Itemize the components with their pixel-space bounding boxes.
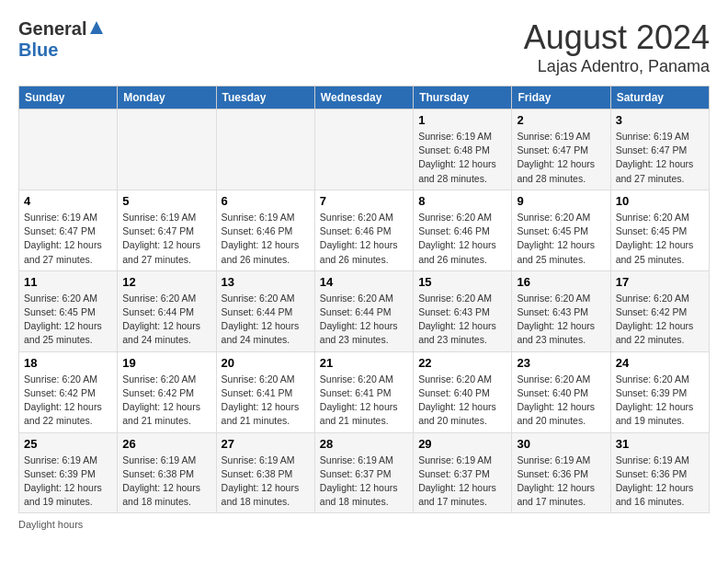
calendar-cell: 14Sunrise: 6:20 AM Sunset: 6:44 PM Dayli… <box>314 270 413 351</box>
day-info: Sunrise: 6:20 AM Sunset: 6:45 PM Dayligh… <box>517 211 605 267</box>
calendar-cell <box>19 109 118 190</box>
day-number: 8 <box>418 194 506 208</box>
calendar-cell: 3Sunrise: 6:19 AM Sunset: 6:47 PM Daylig… <box>610 109 709 190</box>
logo: General Blue <box>18 18 105 61</box>
calendar-cell <box>314 109 413 190</box>
day-number: 3 <box>616 113 704 127</box>
day-info: Sunrise: 6:20 AM Sunset: 6:46 PM Dayligh… <box>320 211 408 267</box>
day-number: 11 <box>24 275 112 289</box>
calendar-cell: 10Sunrise: 6:20 AM Sunset: 6:45 PM Dayli… <box>610 190 709 270</box>
day-info: Sunrise: 6:20 AM Sunset: 6:44 PM Dayligh… <box>122 292 210 348</box>
calendar-cell: 28Sunrise: 6:19 AM Sunset: 6:37 PM Dayli… <box>314 432 413 513</box>
calendar-cell: 8Sunrise: 6:20 AM Sunset: 6:46 PM Daylig… <box>414 190 512 270</box>
month-title: August 2024 <box>524 18 710 57</box>
day-info: Sunrise: 6:20 AM Sunset: 6:41 PM Dayligh… <box>222 373 310 429</box>
day-info: Sunrise: 6:20 AM Sunset: 6:46 PM Dayligh… <box>418 211 506 267</box>
title-area: August 2024 Lajas Adentro, Panama <box>524 18 710 76</box>
day-number: 20 <box>222 356 310 370</box>
day-number: 7 <box>320 194 408 208</box>
calendar-cell: 24Sunrise: 6:20 AM Sunset: 6:39 PM Dayli… <box>610 351 709 432</box>
day-info: Sunrise: 6:20 AM Sunset: 6:41 PM Dayligh… <box>320 373 408 429</box>
calendar-cell: 4Sunrise: 6:19 AM Sunset: 6:47 PM Daylig… <box>19 190 118 270</box>
day-number: 6 <box>222 194 310 208</box>
calendar-day-header: Monday <box>118 86 216 109</box>
day-info: Sunrise: 6:20 AM Sunset: 6:42 PM Dayligh… <box>122 373 210 429</box>
day-info: Sunrise: 6:19 AM Sunset: 6:47 PM Dayligh… <box>122 211 210 267</box>
calendar-day-header: Wednesday <box>314 86 413 109</box>
day-info: Sunrise: 6:19 AM Sunset: 6:48 PM Dayligh… <box>418 130 506 186</box>
day-number: 28 <box>320 437 408 451</box>
day-info: Sunrise: 6:20 AM Sunset: 6:42 PM Dayligh… <box>616 292 704 348</box>
day-info: Sunrise: 6:19 AM Sunset: 6:39 PM Dayligh… <box>24 454 112 510</box>
calendar-cell: 7Sunrise: 6:20 AM Sunset: 6:46 PM Daylig… <box>314 190 413 270</box>
calendar-week-row: 11Sunrise: 6:20 AM Sunset: 6:45 PM Dayli… <box>19 270 710 351</box>
day-info: Sunrise: 6:19 AM Sunset: 6:38 PM Dayligh… <box>222 454 310 510</box>
day-info: Sunrise: 6:19 AM Sunset: 6:38 PM Dayligh… <box>122 454 210 510</box>
day-number: 1 <box>418 113 506 127</box>
day-number: 10 <box>616 194 704 208</box>
day-number: 30 <box>517 437 605 451</box>
day-number: 5 <box>122 194 210 208</box>
calendar-week-row: 18Sunrise: 6:20 AM Sunset: 6:42 PM Dayli… <box>19 351 710 432</box>
day-number: 12 <box>122 275 210 289</box>
day-info: Sunrise: 6:20 AM Sunset: 6:40 PM Dayligh… <box>517 373 605 429</box>
day-info: Sunrise: 6:20 AM Sunset: 6:40 PM Dayligh… <box>418 373 506 429</box>
day-number: 25 <box>24 437 112 451</box>
day-info: Sunrise: 6:20 AM Sunset: 6:45 PM Dayligh… <box>616 211 704 267</box>
calendar-cell: 22Sunrise: 6:20 AM Sunset: 6:40 PM Dayli… <box>414 351 512 432</box>
day-number: 24 <box>616 356 704 370</box>
calendar-cell: 20Sunrise: 6:20 AM Sunset: 6:41 PM Dayli… <box>216 351 314 432</box>
day-number: 29 <box>418 437 506 451</box>
day-number: 13 <box>222 275 310 289</box>
day-info: Sunrise: 6:19 AM Sunset: 6:47 PM Dayligh… <box>517 130 605 186</box>
day-info: Sunrise: 6:20 AM Sunset: 6:44 PM Dayligh… <box>222 292 310 348</box>
calendar-header-row: SundayMondayTuesdayWednesdayThursdayFrid… <box>19 86 710 109</box>
calendar-cell: 6Sunrise: 6:19 AM Sunset: 6:46 PM Daylig… <box>216 190 314 270</box>
header: General Blue August 2024 Lajas Adentro, … <box>18 18 710 76</box>
calendar-day-header: Sunday <box>19 86 118 109</box>
day-number: 31 <box>616 437 704 451</box>
calendar-week-row: 25Sunrise: 6:19 AM Sunset: 6:39 PM Dayli… <box>19 432 710 513</box>
calendar-day-header: Friday <box>512 86 610 109</box>
calendar-day-header: Saturday <box>610 86 709 109</box>
day-number: 15 <box>418 275 506 289</box>
calendar-cell: 5Sunrise: 6:19 AM Sunset: 6:47 PM Daylig… <box>118 190 216 270</box>
calendar-cell: 16Sunrise: 6:20 AM Sunset: 6:43 PM Dayli… <box>512 270 610 351</box>
calendar-cell: 29Sunrise: 6:19 AM Sunset: 6:37 PM Dayli… <box>414 432 512 513</box>
day-info: Sunrise: 6:20 AM Sunset: 6:43 PM Dayligh… <box>418 292 506 348</box>
calendar-table: SundayMondayTuesdayWednesdayThursdayFrid… <box>18 86 710 513</box>
day-number: 16 <box>517 275 605 289</box>
day-info: Sunrise: 6:19 AM Sunset: 6:47 PM Dayligh… <box>24 211 112 267</box>
day-number: 14 <box>320 275 408 289</box>
day-info: Sunrise: 6:19 AM Sunset: 6:36 PM Dayligh… <box>517 454 605 510</box>
calendar-cell: 30Sunrise: 6:19 AM Sunset: 6:36 PM Dayli… <box>512 432 610 513</box>
calendar-cell: 21Sunrise: 6:20 AM Sunset: 6:41 PM Dayli… <box>314 351 413 432</box>
calendar-cell: 23Sunrise: 6:20 AM Sunset: 6:40 PM Dayli… <box>512 351 610 432</box>
calendar-cell: 27Sunrise: 6:19 AM Sunset: 6:38 PM Dayli… <box>216 432 314 513</box>
calendar-cell: 25Sunrise: 6:19 AM Sunset: 6:39 PM Dayli… <box>19 432 118 513</box>
day-info: Sunrise: 6:19 AM Sunset: 6:46 PM Dayligh… <box>222 211 310 267</box>
day-info: Sunrise: 6:20 AM Sunset: 6:43 PM Dayligh… <box>517 292 605 348</box>
day-info: Sunrise: 6:19 AM Sunset: 6:47 PM Dayligh… <box>616 130 704 186</box>
calendar-cell: 12Sunrise: 6:20 AM Sunset: 6:44 PM Dayli… <box>118 270 216 351</box>
calendar-week-row: 4Sunrise: 6:19 AM Sunset: 6:47 PM Daylig… <box>19 190 710 270</box>
logo-blue-text: Blue <box>18 40 58 60</box>
day-info: Sunrise: 6:19 AM Sunset: 6:37 PM Dayligh… <box>320 454 408 510</box>
day-info: Sunrise: 6:20 AM Sunset: 6:44 PM Dayligh… <box>320 292 408 348</box>
calendar-cell: 15Sunrise: 6:20 AM Sunset: 6:43 PM Dayli… <box>414 270 512 351</box>
day-number: 4 <box>24 194 112 208</box>
day-info: Sunrise: 6:19 AM Sunset: 6:36 PM Dayligh… <box>616 454 704 510</box>
calendar-cell: 1Sunrise: 6:19 AM Sunset: 6:48 PM Daylig… <box>414 109 512 190</box>
day-number: 26 <box>122 437 210 451</box>
day-number: 2 <box>517 113 605 127</box>
calendar-cell: 19Sunrise: 6:20 AM Sunset: 6:42 PM Dayli… <box>118 351 216 432</box>
day-number: 17 <box>616 275 704 289</box>
calendar-day-header: Tuesday <box>216 86 314 109</box>
day-info: Sunrise: 6:20 AM Sunset: 6:39 PM Dayligh… <box>616 373 704 429</box>
day-info: Sunrise: 6:20 AM Sunset: 6:45 PM Dayligh… <box>24 292 112 348</box>
day-number: 22 <box>418 356 506 370</box>
calendar-cell: 13Sunrise: 6:20 AM Sunset: 6:44 PM Dayli… <box>216 270 314 351</box>
day-info: Sunrise: 6:20 AM Sunset: 6:42 PM Dayligh… <box>24 373 112 429</box>
calendar-cell: 9Sunrise: 6:20 AM Sunset: 6:45 PM Daylig… <box>512 190 610 270</box>
calendar-cell <box>216 109 314 190</box>
